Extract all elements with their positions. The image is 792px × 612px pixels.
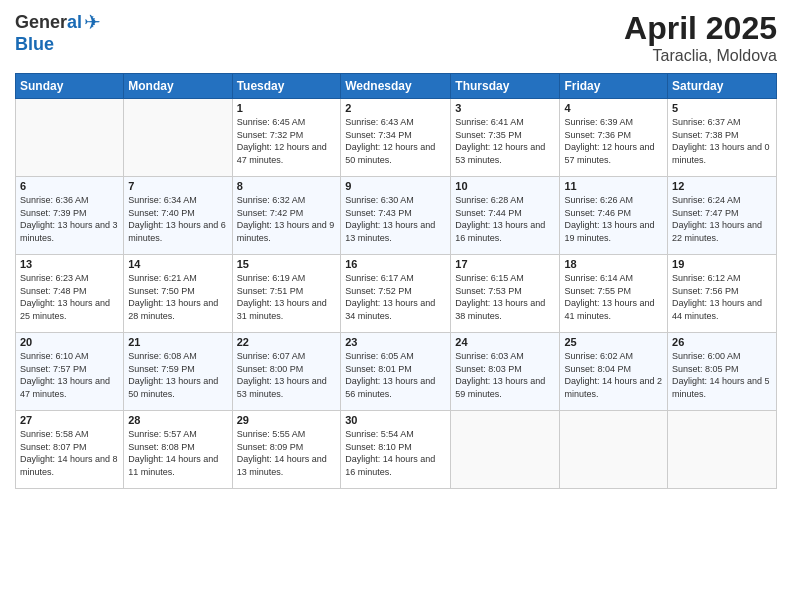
day-number: 12: [672, 180, 772, 192]
day-detail: Sunrise: 5:57 AM Sunset: 8:08 PM Dayligh…: [128, 428, 227, 478]
calendar-cell: 14Sunrise: 6:21 AM Sunset: 7:50 PM Dayli…: [124, 255, 232, 333]
calendar-cell: 11Sunrise: 6:26 AM Sunset: 7:46 PM Dayli…: [560, 177, 668, 255]
day-detail: Sunrise: 6:24 AM Sunset: 7:47 PM Dayligh…: [672, 194, 772, 244]
logo: General ✈ Blue: [15, 10, 101, 55]
calendar-cell: 21Sunrise: 6:08 AM Sunset: 7:59 PM Dayli…: [124, 333, 232, 411]
calendar-cell: 19Sunrise: 6:12 AM Sunset: 7:56 PM Dayli…: [668, 255, 777, 333]
day-detail: Sunrise: 6:45 AM Sunset: 7:32 PM Dayligh…: [237, 116, 337, 166]
calendar-cell: 18Sunrise: 6:14 AM Sunset: 7:55 PM Dayli…: [560, 255, 668, 333]
calendar-cell: 10Sunrise: 6:28 AM Sunset: 7:44 PM Dayli…: [451, 177, 560, 255]
day-detail: Sunrise: 6:15 AM Sunset: 7:53 PM Dayligh…: [455, 272, 555, 322]
day-detail: Sunrise: 5:58 AM Sunset: 8:07 PM Dayligh…: [20, 428, 119, 478]
day-detail: Sunrise: 6:10 AM Sunset: 7:57 PM Dayligh…: [20, 350, 119, 400]
day-detail: Sunrise: 6:32 AM Sunset: 7:42 PM Dayligh…: [237, 194, 337, 244]
calendar-cell: 22Sunrise: 6:07 AM Sunset: 8:00 PM Dayli…: [232, 333, 341, 411]
day-number: 25: [564, 336, 663, 348]
day-number: 22: [237, 336, 337, 348]
day-header-wednesday: Wednesday: [341, 74, 451, 99]
day-number: 10: [455, 180, 555, 192]
calendar-cell: [560, 411, 668, 489]
day-number: 21: [128, 336, 227, 348]
calendar-cell: 13Sunrise: 6:23 AM Sunset: 7:48 PM Dayli…: [16, 255, 124, 333]
day-number: 14: [128, 258, 227, 270]
calendar-cell: 28Sunrise: 5:57 AM Sunset: 8:08 PM Dayli…: [124, 411, 232, 489]
day-number: 1: [237, 102, 337, 114]
day-header-monday: Monday: [124, 74, 232, 99]
day-number: 7: [128, 180, 227, 192]
calendar-cell: 3Sunrise: 6:41 AM Sunset: 7:35 PM Daylig…: [451, 99, 560, 177]
day-number: 13: [20, 258, 119, 270]
calendar-cell: [668, 411, 777, 489]
day-number: 23: [345, 336, 446, 348]
logo-bird-icon: ✈: [84, 10, 101, 34]
day-number: 24: [455, 336, 555, 348]
day-detail: Sunrise: 6:08 AM Sunset: 7:59 PM Dayligh…: [128, 350, 227, 400]
day-detail: Sunrise: 6:02 AM Sunset: 8:04 PM Dayligh…: [564, 350, 663, 400]
day-number: 16: [345, 258, 446, 270]
day-detail: Sunrise: 6:23 AM Sunset: 7:48 PM Dayligh…: [20, 272, 119, 322]
day-number: 5: [672, 102, 772, 114]
day-detail: Sunrise: 5:55 AM Sunset: 8:09 PM Dayligh…: [237, 428, 337, 478]
calendar-week-row: 6Sunrise: 6:36 AM Sunset: 7:39 PM Daylig…: [16, 177, 777, 255]
day-detail: Sunrise: 6:34 AM Sunset: 7:40 PM Dayligh…: [128, 194, 227, 244]
day-detail: Sunrise: 6:41 AM Sunset: 7:35 PM Dayligh…: [455, 116, 555, 166]
calendar-cell: 26Sunrise: 6:00 AM Sunset: 8:05 PM Dayli…: [668, 333, 777, 411]
main-title: April 2025: [624, 10, 777, 47]
calendar-cell: 16Sunrise: 6:17 AM Sunset: 7:52 PM Dayli…: [341, 255, 451, 333]
day-detail: Sunrise: 6:37 AM Sunset: 7:38 PM Dayligh…: [672, 116, 772, 166]
logo-blue-text: Blue: [15, 34, 54, 55]
calendar-cell: [451, 411, 560, 489]
calendar-cell: 1Sunrise: 6:45 AM Sunset: 7:32 PM Daylig…: [232, 99, 341, 177]
calendar-cell: 2Sunrise: 6:43 AM Sunset: 7:34 PM Daylig…: [341, 99, 451, 177]
logo-general-text: General: [15, 12, 82, 33]
calendar-cell: 30Sunrise: 5:54 AM Sunset: 8:10 PM Dayli…: [341, 411, 451, 489]
calendar-cell: 6Sunrise: 6:36 AM Sunset: 7:39 PM Daylig…: [16, 177, 124, 255]
calendar-cell: [124, 99, 232, 177]
day-number: 15: [237, 258, 337, 270]
calendar-cell: [16, 99, 124, 177]
calendar-week-row: 20Sunrise: 6:10 AM Sunset: 7:57 PM Dayli…: [16, 333, 777, 411]
calendar-week-row: 1Sunrise: 6:45 AM Sunset: 7:32 PM Daylig…: [16, 99, 777, 177]
day-header-friday: Friday: [560, 74, 668, 99]
day-number: 28: [128, 414, 227, 426]
day-detail: Sunrise: 6:12 AM Sunset: 7:56 PM Dayligh…: [672, 272, 772, 322]
calendar-cell: 23Sunrise: 6:05 AM Sunset: 8:01 PM Dayli…: [341, 333, 451, 411]
day-detail: Sunrise: 6:36 AM Sunset: 7:39 PM Dayligh…: [20, 194, 119, 244]
day-detail: Sunrise: 6:39 AM Sunset: 7:36 PM Dayligh…: [564, 116, 663, 166]
calendar-cell: 12Sunrise: 6:24 AM Sunset: 7:47 PM Dayli…: [668, 177, 777, 255]
day-detail: Sunrise: 6:28 AM Sunset: 7:44 PM Dayligh…: [455, 194, 555, 244]
calendar-cell: 24Sunrise: 6:03 AM Sunset: 8:03 PM Dayli…: [451, 333, 560, 411]
day-detail: Sunrise: 6:17 AM Sunset: 7:52 PM Dayligh…: [345, 272, 446, 322]
day-number: 19: [672, 258, 772, 270]
calendar-cell: 15Sunrise: 6:19 AM Sunset: 7:51 PM Dayli…: [232, 255, 341, 333]
calendar-week-row: 13Sunrise: 6:23 AM Sunset: 7:48 PM Dayli…: [16, 255, 777, 333]
subtitle: Taraclia, Moldova: [624, 47, 777, 65]
calendar-cell: 8Sunrise: 6:32 AM Sunset: 7:42 PM Daylig…: [232, 177, 341, 255]
day-number: 9: [345, 180, 446, 192]
day-detail: Sunrise: 6:03 AM Sunset: 8:03 PM Dayligh…: [455, 350, 555, 400]
day-number: 8: [237, 180, 337, 192]
day-detail: Sunrise: 6:26 AM Sunset: 7:46 PM Dayligh…: [564, 194, 663, 244]
day-detail: Sunrise: 6:14 AM Sunset: 7:55 PM Dayligh…: [564, 272, 663, 322]
day-detail: Sunrise: 6:43 AM Sunset: 7:34 PM Dayligh…: [345, 116, 446, 166]
day-number: 30: [345, 414, 446, 426]
day-number: 29: [237, 414, 337, 426]
day-header-saturday: Saturday: [668, 74, 777, 99]
day-number: 27: [20, 414, 119, 426]
day-detail: Sunrise: 6:07 AM Sunset: 8:00 PM Dayligh…: [237, 350, 337, 400]
calendar-cell: 5Sunrise: 6:37 AM Sunset: 7:38 PM Daylig…: [668, 99, 777, 177]
day-number: 20: [20, 336, 119, 348]
day-number: 2: [345, 102, 446, 114]
day-detail: Sunrise: 6:30 AM Sunset: 7:43 PM Dayligh…: [345, 194, 446, 244]
day-detail: Sunrise: 6:05 AM Sunset: 8:01 PM Dayligh…: [345, 350, 446, 400]
calendar-cell: 25Sunrise: 6:02 AM Sunset: 8:04 PM Dayli…: [560, 333, 668, 411]
calendar-cell: 17Sunrise: 6:15 AM Sunset: 7:53 PM Dayli…: [451, 255, 560, 333]
day-detail: Sunrise: 6:19 AM Sunset: 7:51 PM Dayligh…: [237, 272, 337, 322]
day-header-thursday: Thursday: [451, 74, 560, 99]
day-number: 26: [672, 336, 772, 348]
calendar-week-row: 27Sunrise: 5:58 AM Sunset: 8:07 PM Dayli…: [16, 411, 777, 489]
calendar-cell: 4Sunrise: 6:39 AM Sunset: 7:36 PM Daylig…: [560, 99, 668, 177]
title-block: April 2025 Taraclia, Moldova: [624, 10, 777, 65]
page: General ✈ Blue April 2025 Taraclia, Mold…: [0, 0, 792, 612]
calendar-cell: 7Sunrise: 6:34 AM Sunset: 7:40 PM Daylig…: [124, 177, 232, 255]
